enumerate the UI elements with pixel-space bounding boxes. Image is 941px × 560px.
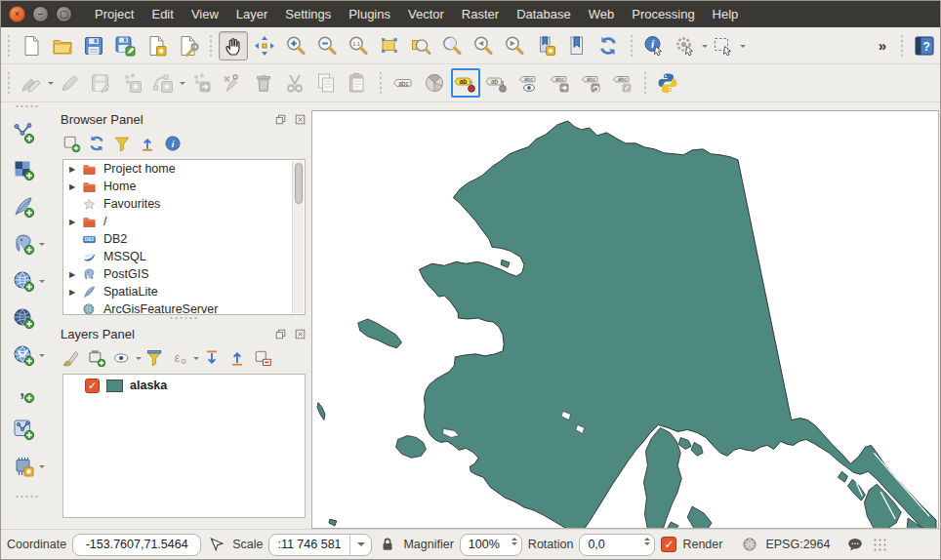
- browser-item-favourites[interactable]: Favourites: [63, 195, 305, 213]
- project-save-as-button[interactable]: [110, 31, 140, 60]
- zoom-full-button[interactable]: [375, 31, 404, 60]
- map-refresh-button[interactable]: [593, 31, 623, 60]
- render-checkbox[interactable]: ✓: [661, 537, 676, 552]
- python-console-button[interactable]: [653, 68, 682, 98]
- float-panel-button[interactable]: [272, 111, 288, 127]
- panel-resize-grip[interactable]: [169, 316, 198, 323]
- menu-help[interactable]: Help: [704, 2, 748, 26]
- browser-scrollbar[interactable]: [292, 161, 304, 313]
- dropdown-arrow-icon[interactable]: [180, 82, 185, 88]
- magnifier-spinbox[interactable]: 100%: [460, 534, 522, 556]
- toolbar-handle[interactable]: [5, 72, 12, 94]
- label-rotate-button[interactable]: abc: [576, 68, 605, 98]
- add-delimited-text-layer-button[interactable]: ,: [9, 378, 38, 407]
- pan-map-button[interactable]: [219, 31, 248, 60]
- toolbar-handle[interactable]: [207, 35, 214, 57]
- crs-globe-icon[interactable]: [740, 535, 759, 554]
- lock-scale-icon[interactable]: [378, 535, 397, 554]
- new-virtual-layer-button[interactable]: [9, 452, 38, 481]
- zoom-last-button[interactable]: [469, 31, 498, 60]
- layout-new-button[interactable]: [142, 31, 171, 60]
- project-new-button[interactable]: [17, 31, 46, 60]
- browser-item-postgis[interactable]: ▶PostGIS: [63, 265, 305, 283]
- menu-processing[interactable]: Processing: [623, 2, 703, 26]
- browser-item-arcgisfeatureserver[interactable]: ArcGisFeatureServer: [63, 300, 305, 315]
- feature-action-button[interactable]: [671, 31, 700, 60]
- label-move-button[interactable]: abc: [545, 68, 574, 98]
- label-show-hide-button[interactable]: abc: [513, 68, 543, 98]
- menu-settings[interactable]: Settings: [276, 2, 340, 26]
- add-spatialite-layer-button[interactable]: [9, 192, 38, 221]
- zoom-in-button[interactable]: [281, 31, 310, 60]
- add-selected-layer-button[interactable]: [59, 131, 84, 156]
- label-abc-button[interactable]: abc: [389, 68, 418, 98]
- toolbar-overflow-button[interactable]: »: [871, 37, 894, 54]
- collapse-all-button[interactable]: [225, 345, 250, 371]
- resize-grip[interactable]: [873, 538, 886, 551]
- pan-to-selection-button[interactable]: [250, 31, 279, 60]
- toolbar-handle[interactable]: [15, 104, 40, 110]
- map-canvas[interactable]: [311, 110, 939, 529]
- layout-manager-button[interactable]: [173, 31, 202, 60]
- collapse-tree-button[interactable]: [135, 131, 160, 156]
- toolbar-handle[interactable]: [377, 72, 384, 94]
- toolbar-handle[interactable]: [898, 35, 905, 57]
- spin-arrows[interactable]: [644, 538, 650, 545]
- dropdown-arrow-icon[interactable]: [702, 45, 708, 51]
- labeling-options-button[interactable]: ab: [451, 68, 480, 98]
- dropdown-arrow-icon[interactable]: [39, 280, 45, 286]
- dropdown-arrow-icon[interactable]: [39, 354, 45, 360]
- zoom-to-layer-button[interactable]: [406, 31, 435, 60]
- browser-item-spatialite[interactable]: ▶SpatiaLite: [63, 283, 305, 300]
- help-contents-button[interactable]: ?: [910, 31, 939, 60]
- identify-features-button[interactable]: i: [639, 31, 669, 60]
- browser-item-db2[interactable]: DB2DB2: [63, 230, 305, 248]
- add-wcs-layer-button[interactable]: [9, 303, 38, 333]
- menu-edit[interactable]: Edit: [143, 2, 182, 26]
- close-window-button[interactable]: ×: [9, 6, 25, 22]
- coordinate-input[interactable]: -153.7607,71.5464: [72, 534, 201, 556]
- legend-filter-button[interactable]: [142, 345, 167, 371]
- bookmark-new-button[interactable]: [531, 31, 560, 60]
- float-panel-button[interactable]: [272, 326, 288, 341]
- filter-browser-button[interactable]: [109, 131, 135, 156]
- menu-plugins[interactable]: Plugins: [340, 2, 399, 26]
- browser-item-mssql[interactable]: MSSQL: [63, 248, 305, 265]
- expand-arrow-icon[interactable]: ▶: [69, 182, 82, 191]
- menu-vector[interactable]: Vector: [399, 2, 453, 26]
- diagram-pie-button[interactable]: [420, 68, 449, 98]
- spin-arrows[interactable]: [511, 538, 517, 545]
- menu-web[interactable]: Web: [580, 2, 624, 26]
- extents-toggle-icon[interactable]: [207, 535, 226, 554]
- refresh-browser-button[interactable]: [84, 131, 109, 156]
- toolbar-handle[interactable]: [628, 35, 634, 57]
- expand-arrow-icon[interactable]: ▶: [69, 270, 82, 279]
- close-panel-button[interactable]: [292, 111, 307, 127]
- browser-properties-button[interactable]: i: [160, 131, 185, 156]
- label-pin-button[interactable]: ab: [482, 68, 511, 98]
- zoom-next-button[interactable]: [500, 31, 529, 60]
- layer-visibility-checkbox[interactable]: ✓: [85, 379, 100, 393]
- maximize-window-button[interactable]: ▢: [56, 6, 72, 22]
- style-dock-button[interactable]: [59, 345, 84, 371]
- dropdown-arrow-icon[interactable]: [48, 82, 54, 88]
- remove-layer-button[interactable]: [250, 345, 275, 371]
- add-postgis-layer-button[interactable]: [9, 229, 38, 259]
- zoom-native-button[interactable]: 1:1: [344, 31, 373, 60]
- layer-visibility-button[interactable]: [109, 345, 135, 371]
- zoom-out-button[interactable]: [312, 31, 342, 60]
- scale-dropdown-icon[interactable]: [349, 535, 371, 555]
- add-raster-layer-button[interactable]: [9, 155, 38, 184]
- crs-status[interactable]: EPSG:2964: [765, 538, 830, 551]
- expand-arrow-icon[interactable]: ▶: [69, 165, 82, 174]
- select-features-button[interactable]: [709, 31, 738, 60]
- browser-item--[interactable]: ▶/: [63, 213, 305, 230]
- minimize-window-button[interactable]: −: [32, 6, 49, 22]
- project-open-button[interactable]: [48, 31, 77, 60]
- menu-database[interactable]: Database: [508, 2, 580, 26]
- toolbar-handle[interactable]: [641, 72, 648, 94]
- add-vector-layer-button[interactable]: [9, 118, 38, 147]
- expand-arrow-icon[interactable]: ▶: [69, 218, 82, 226]
- toolbar-handle[interactable]: [5, 35, 12, 57]
- browser-item-home[interactable]: ▶Home: [63, 178, 305, 195]
